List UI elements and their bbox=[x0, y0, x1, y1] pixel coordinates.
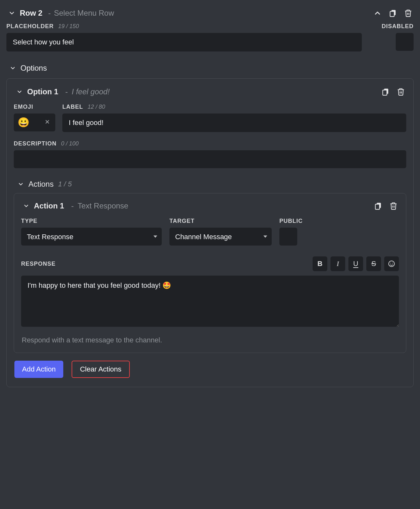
svg-rect-1 bbox=[390, 12, 394, 17]
placeholder-count: 19 / 150 bbox=[58, 23, 79, 30]
chevron-down-icon[interactable] bbox=[23, 203, 29, 209]
format-italic-button[interactable]: I bbox=[331, 256, 345, 271]
placeholder-label: PLACEHOLDER bbox=[6, 23, 54, 30]
action-subtitle: Text Response bbox=[78, 201, 128, 210]
description-label: DESCRIPTION bbox=[14, 140, 57, 147]
format-underline-button[interactable]: U bbox=[348, 256, 363, 271]
description-count: 0 / 100 bbox=[61, 140, 79, 147]
label-input[interactable] bbox=[62, 114, 406, 132]
trash-icon[interactable] bbox=[388, 200, 399, 211]
emoji-label: EMOJI bbox=[14, 104, 33, 110]
svg-point-7 bbox=[390, 263, 391, 263]
placeholder-input[interactable] bbox=[6, 33, 362, 51]
disabled-label: DISABLED bbox=[382, 23, 414, 30]
emoji-picker-button[interactable] bbox=[384, 256, 399, 271]
clear-emoji-icon[interactable] bbox=[43, 118, 51, 128]
chevron-down-icon[interactable] bbox=[8, 10, 15, 17]
collapse-up-icon[interactable] bbox=[372, 8, 383, 19]
description-input[interactable] bbox=[14, 150, 406, 168]
actions-count: 1 / 5 bbox=[58, 180, 72, 188]
format-bold-button[interactable]: B bbox=[313, 256, 327, 271]
emoji-picker[interactable]: 😀 bbox=[14, 114, 55, 131]
svg-rect-5 bbox=[375, 204, 379, 209]
option-header: Option 1 - I feel good! bbox=[14, 84, 406, 102]
row-subtitle-dash: - bbox=[48, 9, 51, 18]
target-label: TARGET bbox=[169, 218, 195, 224]
label-count: 12 / 80 bbox=[88, 104, 105, 110]
response-label: RESPONSE bbox=[21, 261, 56, 267]
option-subtitle: I feel good! bbox=[72, 87, 110, 96]
options-header[interactable]: Options bbox=[5, 51, 415, 76]
emoji-glyph: 😀 bbox=[18, 118, 29, 127]
trash-icon[interactable] bbox=[403, 8, 414, 19]
options-panel: Option 1 - I feel good! EMOJI 😀 bbox=[6, 78, 414, 387]
public-label: PUBLIC bbox=[279, 218, 303, 224]
target-select[interactable]: Channel Message bbox=[169, 228, 272, 246]
add-action-button[interactable]: Add Action bbox=[14, 361, 63, 378]
type-select[interactable]: Text Response bbox=[21, 228, 162, 246]
duplicate-icon[interactable] bbox=[380, 86, 391, 97]
row-subtitle: Select Menu Row bbox=[54, 9, 114, 18]
action-title: Action 1 bbox=[34, 201, 64, 210]
format-strike-button[interactable]: S bbox=[366, 256, 381, 271]
trash-icon[interactable] bbox=[395, 86, 406, 97]
actions-header[interactable]: Actions 1 / 5 bbox=[14, 168, 406, 193]
svg-rect-3 bbox=[383, 90, 387, 95]
label-label: LABEL bbox=[62, 104, 83, 110]
option-title: Option 1 bbox=[27, 87, 58, 96]
chevron-down-icon[interactable] bbox=[16, 89, 23, 95]
svg-point-8 bbox=[392, 263, 393, 263]
type-label: TYPE bbox=[21, 218, 37, 224]
action-panel: Action 1 - Text Response TYPE bbox=[14, 193, 406, 353]
response-textarea[interactable] bbox=[21, 276, 399, 327]
disabled-checkbox[interactable] bbox=[396, 33, 414, 51]
actions-title: Actions bbox=[28, 180, 54, 189]
duplicate-icon[interactable] bbox=[387, 8, 398, 19]
duplicate-icon[interactable] bbox=[373, 200, 384, 211]
public-checkbox[interactable] bbox=[279, 228, 297, 246]
row-header: Row 2 - Select Menu Row bbox=[5, 4, 415, 23]
clear-actions-button[interactable]: Clear Actions bbox=[72, 361, 130, 378]
action-hint: Respond with a text message to the chann… bbox=[21, 328, 399, 346]
options-title: Options bbox=[20, 64, 47, 73]
svg-point-6 bbox=[389, 261, 394, 267]
chevron-down-icon bbox=[18, 181, 24, 187]
row-title: Row 2 bbox=[20, 9, 43, 18]
chevron-down-icon bbox=[10, 65, 16, 71]
